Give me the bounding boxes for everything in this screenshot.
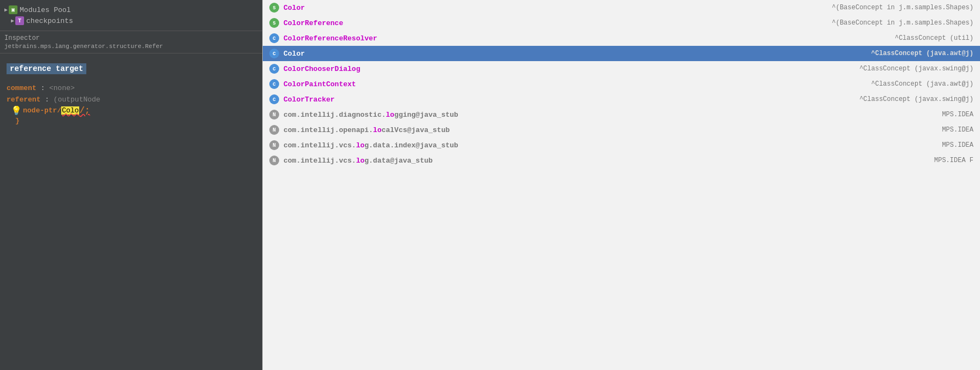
tree-item-modules-pool[interactable]: ▶ ▣ Modules Pool	[2, 4, 260, 15]
ac-suffix-9: g.data.index@java_stub	[364, 141, 458, 150]
ac-name-match-5: Color	[284, 80, 305, 88]
ac-item-openapi-localvcs[interactable]: N com.intellij.openapi.localVcs@java_stu…	[263, 122, 980, 138]
ac-type-10: MPS.IDEA F	[934, 157, 973, 164]
ac-item-vcs-log-data[interactable]: N com.intellij.vcs.log.data@java_stub MP…	[263, 153, 980, 168]
left-panel: ▶ ▣ Modules Pool ▶ T checkpoints Inspect…	[0, 0, 262, 370]
ac-suffix-8: calVcs@java_stub	[381, 126, 450, 134]
ac-item-colorreference[interactable]: s ColorReference ^(BaseConcept in j.m.sa…	[263, 15, 980, 31]
autocomplete-list: s Color ^(BaseConcept in j.m.samples.Sha…	[263, 0, 980, 370]
comment-keyword: comment	[7, 83, 37, 94]
inspector-path: jetbrains.mps.lang.generator.structure.R…	[4, 43, 258, 50]
code-section: reference target comment : <none> refere…	[0, 53, 262, 370]
lightbulb-icon: 💡	[11, 105, 22, 116]
ac-prefix-8: c	[284, 126, 288, 134]
ac-name-match-6: Color	[284, 96, 305, 104]
ac-type-2: ^ClassConcept (util)	[895, 34, 973, 42]
ac-badge-n-7: N	[269, 110, 279, 120]
ac-name-rest-1: Reference	[305, 19, 343, 27]
ac-name-1: ColorReference	[284, 19, 343, 27]
ac-name-rest-5: PaintContext	[305, 80, 356, 88]
ac-match-9: lo	[356, 141, 365, 150]
ac-name-match-1: Color	[284, 19, 305, 27]
ac-name-match-3: Color	[284, 50, 305, 58]
ac-item-colorchooserdialog[interactable]: c ColorChooserDialog ^ClassConcept (java…	[263, 61, 980, 76]
checkpoints-icon: T	[15, 16, 24, 25]
ac-type-7: MPS.IDEA	[942, 111, 973, 118]
ac-name-7: com.intellij.diagnostic.logging@java_stu…	[284, 111, 458, 119]
ac-match-8: lo	[373, 126, 382, 134]
ac-type-1: ^(BaseConcept in j.m.samples.Shapes)	[832, 19, 973, 27]
ac-badge-s-0: s	[269, 3, 279, 13]
ac-item-color-c-selected[interactable]: c Color ^ClassConcept (java.awt@j)	[263, 46, 980, 61]
autocomplete-panel: s Color ^(BaseConcept in j.m.samples.Sha…	[262, 0, 980, 370]
modules-pool-label: Modules Pool	[20, 6, 71, 14]
ac-name-match-2: Color	[284, 34, 305, 43]
ac-prefix-9: c	[284, 141, 288, 150]
ac-name-3: Color	[284, 50, 305, 58]
ac-badge-c-5: c	[269, 79, 279, 89]
modules-pool-arrow: ▶	[4, 7, 8, 13]
ac-name-rest-6: Tracker	[305, 96, 335, 104]
ac-badge-s-1: s	[269, 18, 279, 28]
ac-badge-c-6: c	[269, 94, 279, 104]
ac-badge-c-4: c	[269, 64, 279, 74]
ac-badge-n-9: N	[269, 140, 279, 150]
ac-type-9: MPS.IDEA	[942, 141, 973, 149]
ac-item-colorpaintcontext[interactable]: c ColorPaintContext ^ClassConcept (java.…	[263, 76, 980, 92]
ac-middle-10: om.intellij.vcs.	[288, 157, 356, 165]
ac-name-4: ColorChooserDialog	[284, 65, 360, 73]
ac-middle-7: om.intellij.diagnostic.	[288, 111, 386, 119]
modules-pool-icon: ▣	[9, 5, 17, 14]
highlighted-colo: Colo	[61, 106, 79, 115]
checkpoints-arrow: ▶	[11, 17, 14, 24]
ac-name-5: ColorPaintContext	[284, 80, 356, 88]
ac-item-diagnostic-logging[interactable]: N com.intellij.diagnostic.logging@java_s…	[263, 107, 980, 122]
referent-colon: :	[40, 94, 53, 106]
ac-badge-c-2: c	[269, 33, 279, 43]
ac-type-4: ^ClassConcept (javax.swing@j)	[859, 65, 973, 73]
ac-prefix-7: c	[284, 111, 288, 119]
ac-item-colorreferenceresolver[interactable]: c ColorReferenceResolver ^ClassConcept (…	[263, 31, 980, 46]
reference-target-label: reference target	[7, 63, 86, 74]
ac-name-rest-4: ChooserDialog	[305, 65, 360, 73]
ac-type-5: ^ClassConcept (java.awt@j)	[871, 80, 973, 88]
ac-badge-n-10: N	[269, 156, 279, 165]
ac-suffix-10: g.data@java_stub	[364, 157, 433, 165]
ac-name-match-4: Color	[284, 65, 305, 73]
ac-item-color-s[interactable]: s Color ^(BaseConcept in j.m.samples.Sha…	[263, 0, 980, 15]
ac-middle-9: om.intellij.vcs.	[288, 141, 356, 150]
tree-section: ▶ ▣ Modules Pool ▶ T checkpoints	[0, 0, 262, 31]
ac-name-10: com.intellij.vcs.log.data@java_stub	[284, 157, 433, 165]
referent-value: (outputNode	[54, 94, 101, 106]
ac-type-3: ^ClassConcept (java.awt@j)	[871, 50, 973, 57]
ac-name-6: ColorTracker	[284, 96, 335, 104]
ac-match-10: lo	[356, 157, 365, 165]
ac-name-9: com.intellij.vcs.log.data.index@java_stu…	[284, 141, 458, 150]
ac-type-6: ^ClassConcept (javax.swing@j)	[859, 96, 973, 103]
ac-name-rest-2: ReferenceResolver	[305, 34, 377, 43]
comment-value: <none>	[49, 83, 75, 94]
slash-semicolon: /;	[79, 106, 90, 116]
ac-badge-c-3: c	[269, 49, 279, 58]
ac-item-vcs-log-index[interactable]: N com.intellij.vcs.log.data.index@java_s…	[263, 138, 980, 153]
inspector-label: Inspector	[4, 34, 258, 42]
ac-type-0: ^(BaseConcept in j.m.samples.Shapes)	[832, 4, 973, 11]
node-ptr-text: node-ptr/	[23, 106, 61, 115]
node-ptr-line: 💡 node-ptr/Colo/;	[23, 106, 256, 116]
ac-item-colortracker[interactable]: c ColorTracker ^ClassConcept (javax.swin…	[263, 92, 980, 107]
closing-brace-line: }	[7, 116, 256, 127]
ac-badge-n-8: N	[269, 125, 279, 135]
ac-match-7: lo	[386, 111, 394, 119]
tree-item-checkpoints[interactable]: ▶ T checkpoints	[9, 15, 260, 26]
checkpoints-label: checkpoints	[26, 17, 73, 25]
ac-name-2: ColorReferenceResolver	[284, 34, 377, 43]
ac-type-8: MPS.IDEA	[942, 126, 973, 134]
ac-middle-8: om.intellij.openapi.	[288, 126, 373, 134]
ac-name-0: Color	[284, 4, 305, 12]
ac-suffix-7: gging@java_stub	[394, 111, 458, 119]
inspector-section: Inspector jetbrains.mps.lang.generator.s…	[0, 31, 262, 53]
comment-line: comment : <none>	[7, 83, 256, 94]
closing-brace: }	[15, 116, 20, 127]
referent-keyword: referent	[7, 94, 40, 106]
referent-line: referent : (outputNode	[7, 94, 256, 106]
